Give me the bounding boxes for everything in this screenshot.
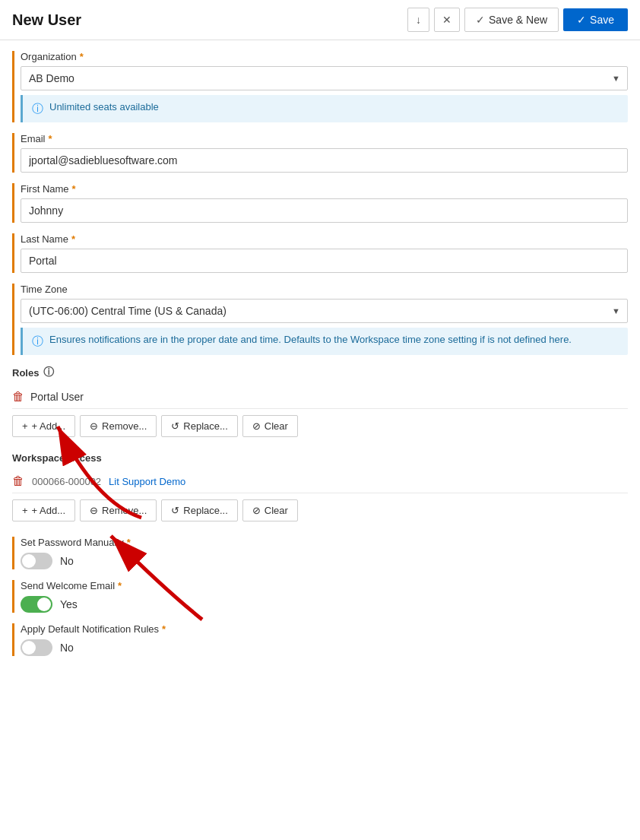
- close-button[interactable]: ✕: [434, 8, 460, 32]
- organization-select-wrapper: AB Demo: [21, 66, 628, 90]
- page-header: New User ↓ ✕ ✓ Save & New ✓ Save: [0, 0, 640, 40]
- default-notifications-required: *: [162, 623, 166, 635]
- first-name-label: First Name *: [21, 183, 628, 195]
- set-password-required: *: [127, 537, 131, 548]
- organization-info-banner: ⓘ Unlimited seats available: [21, 95, 628, 122]
- save-label: Save: [590, 14, 614, 26]
- email-input[interactable]: [21, 148, 628, 173]
- add-icon: +: [22, 420, 28, 432]
- set-password-label: Set Password Manually *: [21, 537, 628, 548]
- header-actions: ↓ ✕ ✓ Save & New ✓ Save: [407, 8, 628, 32]
- welcome-email-label: Send Welcome Email *: [21, 580, 628, 591]
- last-name-field-group: Last Name *: [12, 233, 628, 273]
- role-name: Portal User: [30, 391, 84, 403]
- welcome-email-value-label: Yes: [60, 598, 78, 610]
- timezone-label: Time Zone: [21, 284, 628, 295]
- email-label: Email *: [21, 133, 628, 144]
- email-required: *: [49, 133, 52, 144]
- timezone-field-group: Time Zone (UTC-06:00) Central Time (US &…: [12, 284, 628, 355]
- workspace-action-buttons: + + Add... ⊖ Remove... ↺ Replace... ⊘ Cl…: [12, 499, 628, 521]
- workspace-remove-button[interactable]: ⊖ Remove...: [80, 499, 157, 521]
- form-body: Organization * AB Demo ⓘ Unlimited seats…: [0, 51, 640, 682]
- set-password-value-label: No: [60, 555, 74, 567]
- welcome-email-toggle[interactable]: [21, 596, 52, 613]
- save-check-icon: ✓: [577, 14, 586, 26]
- workspace-add-button[interactable]: + + Add...: [12, 499, 75, 521]
- roles-action-buttons: + + Add... ⊖ Remove... ↺ Replace... ⊘ Cl…: [12, 415, 628, 437]
- replace-icon: ↺: [171, 420, 179, 432]
- timezone-info-banner: ⓘ Ensures notifications are in the prope…: [21, 328, 628, 355]
- save-new-label: Save & New: [489, 14, 547, 26]
- organization-select[interactable]: AB Demo: [21, 66, 628, 90]
- role-delete-icon[interactable]: 🗑: [12, 390, 24, 404]
- organization-required: *: [80, 51, 84, 62]
- workspace-clear-icon: ⊘: [252, 505, 261, 516]
- first-name-input[interactable]: [21, 198, 628, 223]
- welcome-email-required: *: [118, 580, 122, 591]
- set-password-toggle[interactable]: [21, 553, 52, 569]
- first-name-required: *: [72, 183, 76, 195]
- last-name-input[interactable]: [21, 249, 628, 273]
- default-notifications-value-label: No: [60, 642, 74, 654]
- role-item: 🗑 Portal User: [12, 385, 628, 409]
- timezone-info-text: Ensures notifications are in the proper …: [49, 334, 572, 345]
- set-password-field-group: Set Password Manually * No: [12, 537, 628, 569]
- welcome-email-field-group: Send Welcome Email * Yes: [12, 580, 628, 613]
- roles-remove-button[interactable]: ⊖ Remove...: [80, 415, 157, 437]
- organization-info-text: Unlimited seats available: [49, 101, 159, 113]
- first-name-field-group: First Name *: [12, 183, 628, 223]
- download-icon: ↓: [416, 14, 421, 26]
- workspace-id: 000066-000002: [32, 476, 101, 487]
- workspace-add-icon: +: [22, 505, 28, 516]
- page-title: New User: [12, 11, 407, 29]
- workspace-replace-button[interactable]: ↺ Replace...: [161, 499, 238, 521]
- timezone-select[interactable]: (UTC-06:00) Central Time (US & Canada): [21, 299, 628, 323]
- set-password-toggle-row: No: [21, 553, 628, 569]
- remove-icon: ⊖: [90, 420, 98, 432]
- workspace-replace-icon: ↺: [171, 505, 179, 516]
- workspace-delete-icon[interactable]: 🗑: [12, 474, 24, 488]
- timezone-select-wrapper: (UTC-06:00) Central Time (US & Canada): [21, 299, 628, 323]
- default-notifications-label: Apply Default Notification Rules *: [21, 623, 628, 635]
- roles-clear-button[interactable]: ⊘ Clear: [242, 415, 298, 437]
- workspace-access-section: Workspace Access 🗑 000066-000002 Lit Sup…: [12, 452, 628, 521]
- workspace-access-label: Workspace Access: [12, 452, 628, 464]
- roles-add-button[interactable]: + + Add...: [12, 415, 75, 437]
- last-name-required: *: [71, 233, 75, 245]
- welcome-email-toggle-row: Yes: [21, 596, 628, 613]
- save-new-button[interactable]: ✓ Save & New: [464, 8, 559, 32]
- roles-section: Roles ⓘ 🗑 Portal User + + Add... ⊖ Remov: [12, 366, 628, 437]
- workspace-item: 🗑 000066-000002 Lit Support Demo: [12, 470, 628, 493]
- default-notifications-field-group: Apply Default Notification Rules * No: [12, 623, 628, 656]
- workspace-name: Lit Support Demo: [109, 476, 185, 487]
- roles-info-icon[interactable]: ⓘ: [43, 366, 54, 379]
- timezone-info-icon: ⓘ: [32, 334, 43, 349]
- last-name-label: Last Name *: [21, 233, 628, 245]
- red-arrow-workspace: [88, 513, 225, 635]
- default-notifications-toggle[interactable]: [21, 639, 52, 656]
- save-new-check-icon: ✓: [476, 14, 485, 26]
- clear-icon: ⊘: [252, 420, 261, 432]
- roles-label: Roles ⓘ: [12, 366, 628, 379]
- close-icon: ✕: [442, 14, 451, 26]
- workspace-clear-button[interactable]: ⊘ Clear: [242, 499, 298, 521]
- save-button[interactable]: ✓ Save: [563, 8, 628, 31]
- workspace-remove-icon: ⊖: [90, 505, 98, 516]
- email-field-group: Email *: [12, 133, 628, 173]
- download-button[interactable]: ↓: [407, 8, 429, 32]
- roles-replace-button[interactable]: ↺ Replace...: [161, 415, 238, 437]
- default-notifications-toggle-row: No: [21, 639, 628, 656]
- organization-field-group: Organization * AB Demo ⓘ Unlimited seats…: [12, 51, 628, 122]
- info-icon: ⓘ: [32, 102, 43, 116]
- organization-label: Organization *: [21, 51, 628, 62]
